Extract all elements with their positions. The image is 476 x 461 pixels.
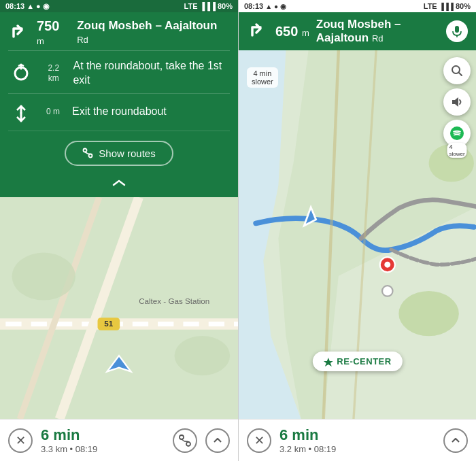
nav-header-left: 750 m Zouq Mosbeh – Aajaltoun Rd <box>8 19 230 51</box>
step2-distance: 0 m <box>42 107 64 116</box>
svg-line-5 <box>85 152 88 154</box>
slower-text-2b: slower <box>449 151 464 157</box>
header-distance-left: 750 m <box>37 19 70 46</box>
route-details-left: 3.3 km • 08:19 <box>41 444 165 454</box>
recenter-label: RE-CENTER <box>337 356 391 366</box>
time-right: 08:13 <box>244 2 263 10</box>
sound-button[interactable] <box>443 88 471 116</box>
turn-arrow-icon <box>8 20 30 45</box>
wifi-icon-right: ● <box>274 3 278 10</box>
route-info-right: 6 min 3.2 km • 08:19 <box>279 426 435 454</box>
status-right-icons-right: LTE ▐▐▐ 80% <box>424 2 471 10</box>
svg-point-3 <box>84 149 87 152</box>
route-time-right: 6 min <box>279 426 435 444</box>
svg-point-12 <box>12 252 75 300</box>
route-info-left: 6 min 3.3 km • 08:19 <box>41 426 165 454</box>
svg-point-34 <box>382 286 392 296</box>
wifi-icon: ● <box>36 2 41 10</box>
svg-point-4 <box>89 154 92 158</box>
time-left: 08:13 <box>5 2 24 10</box>
status-right-icons: LTE ▐▐▐ 80% <box>184 2 233 10</box>
show-routes-container: Show routes <box>8 131 230 175</box>
svg-text:Caltex - Gas Station: Caltex - Gas Station <box>139 296 209 305</box>
svg-line-21 <box>184 441 188 442</box>
svg-line-6 <box>88 154 90 154</box>
nav-header-right: 650 m Zouq Mosbeh – Aajaltoun Rd <box>239 12 476 50</box>
svg-point-33 <box>384 262 390 268</box>
slower-badge-2: 4 slower <box>447 143 466 158</box>
slower-text-2: 4 <box>449 143 452 150</box>
status-bar-left: 08:13 ▲ ● ◉ LTE ▐▐▐ 80% <box>0 0 238 12</box>
maps-icon-right: ◉ <box>280 3 286 10</box>
nav-card-left: 750 m Zouq Mosbeh – Aajaltoun Rd 2.2 km <box>0 12 238 197</box>
header-distance-right: 650 m <box>275 24 309 38</box>
search-map-button[interactable] <box>443 57 471 84</box>
distance-value-left: 750 <box>37 18 59 33</box>
lte-label-right: LTE <box>424 2 437 10</box>
road-name-left: Zouq Mosbeh – Aajaltoun Rd <box>77 19 230 46</box>
signal-bars-left: ▐▐▐ <box>200 2 216 10</box>
left-panel: 08:13 ▲ ● ◉ LTE ▐▐▐ 80% 750 m <box>0 0 238 461</box>
step1-text: At the roundabout, take the 1st exit <box>73 59 230 88</box>
routes-icon-button[interactable] <box>173 428 197 453</box>
svg-point-18 <box>180 435 184 439</box>
svg-line-20 <box>182 439 184 441</box>
svg-text:51: 51 <box>104 319 113 328</box>
close-button-right[interactable]: ✕ <box>247 428 271 453</box>
svg-rect-7 <box>0 197 238 419</box>
svg-point-19 <box>186 442 190 446</box>
slower-badge-1: 4 minslower <box>247 67 278 88</box>
svg-point-29 <box>398 291 458 336</box>
battery-left: 80% <box>218 2 233 10</box>
status-left-icons: 08:13 ▲ ● ◉ <box>5 2 50 11</box>
step2-text: Exit the roundabout <box>72 105 167 119</box>
distance-unit-left: m <box>37 36 44 46</box>
svg-line-36 <box>459 73 462 75</box>
battery-right: 80% <box>456 2 471 10</box>
bottom-bar-left: ✕ 6 min 3.3 km • 08:19 <box>0 419 238 461</box>
svg-rect-22 <box>455 26 459 33</box>
turn-arrow-icon-right <box>247 19 269 44</box>
show-routes-button[interactable]: Show routes <box>65 141 173 166</box>
spotify-container: 4 slower <box>443 120 471 147</box>
nav-step-2: 0 m Exit the roundabout <box>8 94 230 131</box>
map-right: 4 minslower <box>239 50 476 419</box>
close-button-left[interactable]: ✕ <box>8 428 33 453</box>
signal-icon-right: ▲ <box>265 3 272 10</box>
signal-bars-right: ▐▐▐ <box>439 3 454 10</box>
signal-icon: ▲ <box>27 2 34 10</box>
status-bar-right: 08:13 ▲ ● ◉ LTE ▐▐▐ 80% <box>239 0 476 12</box>
svg-point-13 <box>175 336 231 375</box>
route-details-right: 3.2 km • 08:19 <box>279 444 435 454</box>
svg-marker-39 <box>323 358 333 366</box>
route-time-left: 6 min <box>41 426 165 444</box>
show-routes-label: Show routes <box>99 148 155 159</box>
map-left: 51 Caltex - Gas Station <box>0 197 238 419</box>
expand-button-right[interactable] <box>443 428 468 453</box>
exit-roundabout-icon <box>8 99 34 125</box>
slower-text-1: 4 minslower <box>252 69 273 86</box>
distance-value-right: 650 <box>275 24 298 39</box>
recenter-button[interactable]: RE-CENTER <box>312 352 402 371</box>
lte-label-left: LTE <box>184 2 198 10</box>
road-name-right: Zouq Mosbeh – Aajaltoun Rd <box>316 18 439 45</box>
step1-distance: 2.2 km <box>42 63 65 83</box>
bottom-bar-right: ✕ 6 min 3.2 km • 08:19 <box>239 419 476 461</box>
distance-unit-right: m <box>302 28 309 38</box>
maps-icon: ◉ <box>43 2 50 11</box>
expand-button-left[interactable] <box>205 428 230 453</box>
status-left-icons-right: 08:13 ▲ ● ◉ <box>244 2 286 10</box>
map-controls: 4 slower <box>443 57 471 147</box>
microphone-button[interactable] <box>446 20 468 42</box>
svg-marker-37 <box>452 97 458 107</box>
roundabout-icon <box>8 61 34 86</box>
collapse-button[interactable] <box>8 175 230 190</box>
right-panel: 08:13 ▲ ● ◉ LTE ▐▐▐ 80% 650 m Zouq Mosbe… <box>238 0 476 461</box>
nav-step-1: 2.2 km At the roundabout, take the 1st e… <box>8 54 230 94</box>
